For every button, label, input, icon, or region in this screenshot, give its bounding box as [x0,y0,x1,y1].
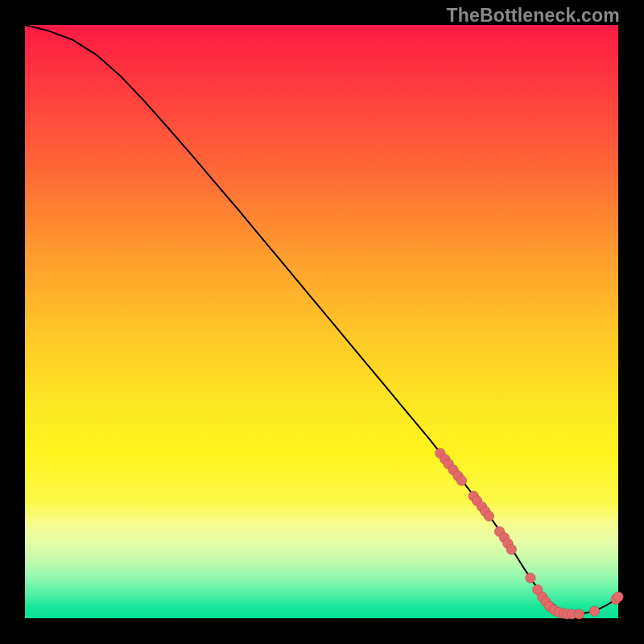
plot-area [25,25,618,618]
chart-container: { "watermark": "TheBottleneck.com", "col… [0,0,644,644]
watermark-text: TheBottleneck.com [446,5,620,27]
